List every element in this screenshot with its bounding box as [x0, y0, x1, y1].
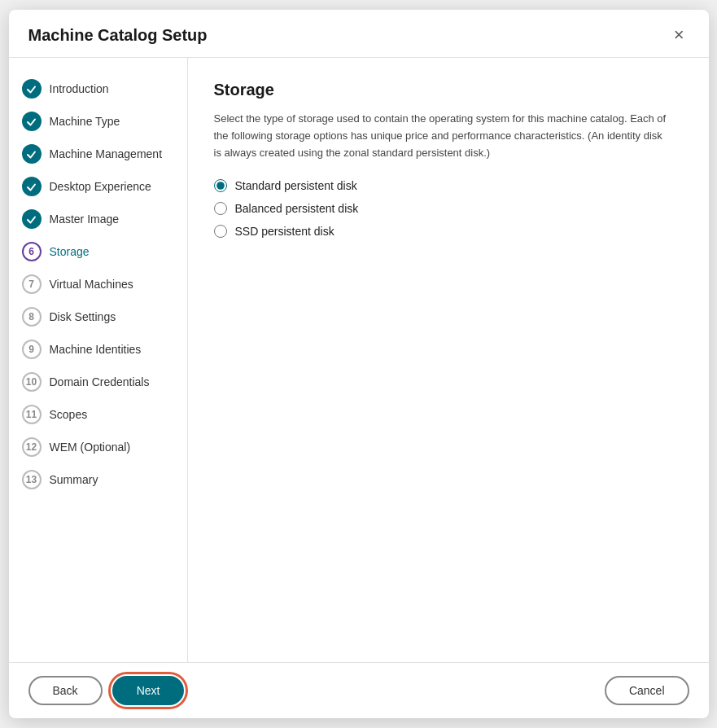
step-icon-summary: 13 — [22, 470, 42, 489]
step-icon-machine-type — [22, 112, 42, 131]
sidebar-item-label-wem-optional: WEM (Optional) — [50, 441, 131, 454]
machine-catalog-setup-dialog: Machine Catalog Setup × IntroductionMach… — [9, 10, 709, 718]
step-icon-introduction — [22, 79, 42, 99]
step-icon-machine-identities: 9 — [22, 340, 42, 359]
sidebar-item-label-introduction: Introduction — [50, 82, 109, 95]
back-button[interactable]: Back — [28, 676, 103, 705]
storage-option-ssd[interactable]: SSD persistent disk — [214, 225, 683, 238]
sidebar-item-label-machine-management: Machine Management — [50, 147, 163, 160]
step-icon-machine-management — [22, 144, 42, 164]
sidebar-item-label-storage: Storage — [50, 245, 90, 258]
sidebar-item-label-desktop-experience: Desktop Experience — [50, 180, 151, 193]
step-icon-desktop-experience — [22, 177, 42, 196]
sidebar-item-label-domain-credentials: Domain Credentials — [50, 375, 150, 388]
storage-radio-balanced[interactable] — [214, 202, 227, 215]
step-icon-virtual-machines: 7 — [22, 274, 42, 294]
next-button[interactable]: Next — [112, 676, 185, 705]
cancel-button[interactable]: Cancel — [605, 676, 689, 705]
content-area: Storage Select the type of storage used … — [188, 58, 709, 662]
sidebar-item-virtual-machines[interactable]: 7Virtual Machines — [9, 268, 187, 300]
close-button[interactable]: × — [669, 24, 689, 46]
dialog-footer: Back Next Cancel — [9, 662, 709, 718]
dialog-title: Machine Catalog Setup — [28, 26, 208, 45]
step-icon-disk-settings: 8 — [22, 307, 42, 327]
sidebar-item-summary[interactable]: 13Summary — [9, 463, 187, 496]
step-icon-domain-credentials: 10 — [22, 372, 42, 392]
content-description: Select the type of storage used to conta… — [214, 111, 670, 161]
sidebar-item-master-image[interactable]: Master Image — [9, 203, 187, 235]
sidebar: IntroductionMachine TypeMachine Manageme… — [9, 58, 188, 662]
sidebar-item-disk-settings[interactable]: 8Disk Settings — [9, 300, 187, 333]
sidebar-item-scopes[interactable]: 11Scopes — [9, 398, 187, 431]
sidebar-item-domain-credentials[interactable]: 10Domain Credentials — [9, 366, 187, 398]
storage-radio-ssd[interactable] — [214, 225, 227, 238]
sidebar-item-label-disk-settings: Disk Settings — [50, 310, 116, 323]
step-icon-master-image — [22, 209, 42, 229]
step-icon-wem-optional: 12 — [22, 437, 42, 457]
storage-option-label-standard: Standard persistent disk — [235, 179, 357, 192]
sidebar-item-wem-optional[interactable]: 12WEM (Optional) — [9, 431, 187, 463]
storage-option-label-ssd: SSD persistent disk — [235, 225, 334, 238]
sidebar-item-machine-identities[interactable]: 9Machine Identities — [9, 333, 187, 366]
footer-left: Back Next — [28, 676, 185, 705]
sidebar-item-label-virtual-machines: Virtual Machines — [50, 278, 133, 291]
sidebar-item-label-master-image: Master Image — [50, 213, 120, 226]
sidebar-item-label-scopes: Scopes — [50, 408, 88, 421]
step-icon-scopes: 11 — [22, 405, 42, 424]
sidebar-item-introduction[interactable]: Introduction — [9, 72, 187, 105]
sidebar-item-label-machine-identities: Machine Identities — [50, 343, 142, 356]
sidebar-item-machine-type[interactable]: Machine Type — [9, 105, 187, 138]
step-icon-storage: 6 — [22, 242, 42, 261]
sidebar-item-machine-management[interactable]: Machine Management — [9, 138, 187, 170]
storage-radio-standard[interactable] — [214, 179, 227, 192]
content-title: Storage — [214, 81, 683, 99]
storage-options-group: Standard persistent diskBalanced persist… — [214, 179, 683, 238]
sidebar-item-label-machine-type: Machine Type — [50, 115, 120, 128]
sidebar-item-desktop-experience[interactable]: Desktop Experience — [9, 170, 187, 203]
storage-option-balanced[interactable]: Balanced persistent disk — [214, 202, 683, 215]
storage-option-label-balanced: Balanced persistent disk — [235, 202, 359, 215]
sidebar-item-label-summary: Summary — [50, 473, 98, 486]
dialog-body: IntroductionMachine TypeMachine Manageme… — [9, 58, 709, 662]
storage-option-standard[interactable]: Standard persistent disk — [214, 179, 683, 192]
sidebar-item-storage[interactable]: 6Storage — [9, 235, 187, 268]
dialog-header: Machine Catalog Setup × — [9, 10, 709, 58]
